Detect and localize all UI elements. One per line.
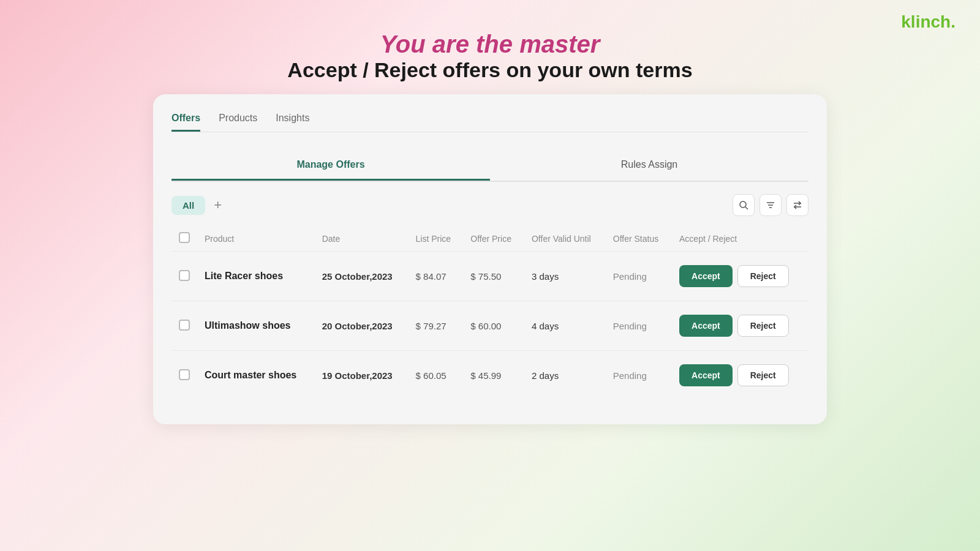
action-group: Accept Reject bbox=[679, 265, 801, 287]
header-section: You are the master Accept / Reject offer… bbox=[0, 0, 980, 82]
action-group: Accept Reject bbox=[679, 315, 801, 337]
nav-tabs: Offers Products Insights bbox=[172, 113, 809, 132]
filter-button[interactable] bbox=[760, 194, 782, 216]
filter-icon bbox=[766, 200, 775, 210]
svg-line-1 bbox=[745, 207, 748, 209]
accept-button[interactable]: Accept bbox=[679, 364, 733, 386]
row-actions: Accept Reject bbox=[672, 351, 809, 400]
row-product: Ultimashow shoes bbox=[197, 301, 315, 351]
row-date: 25 October,2023 bbox=[315, 252, 409, 301]
row-actions: Accept Reject bbox=[672, 252, 809, 301]
row-checkbox[interactable] bbox=[179, 320, 190, 331]
row-list-price: $ 79.27 bbox=[409, 301, 464, 351]
row-list-price: $ 60.05 bbox=[409, 351, 464, 400]
row-checkbox[interactable] bbox=[179, 270, 190, 281]
row-checkbox-cell bbox=[172, 351, 197, 400]
table-header-row: Product Date List Price Offer Price Offe… bbox=[172, 226, 809, 252]
col-checkbox bbox=[172, 226, 197, 252]
col-accept-reject: Accept / Reject bbox=[672, 226, 809, 252]
add-button[interactable]: + bbox=[211, 197, 224, 213]
logo-text: klinch bbox=[901, 12, 951, 31]
search-icon bbox=[739, 200, 748, 210]
toolbar-icons bbox=[733, 194, 809, 216]
row-offer-valid-until: 4 days bbox=[524, 301, 606, 351]
logo-dot: . bbox=[951, 12, 956, 31]
col-offer-price: Offer Price bbox=[463, 226, 524, 252]
subtitle: Accept / Reject offers on your own terms bbox=[0, 58, 980, 82]
tab-offers[interactable]: Offers bbox=[172, 113, 200, 132]
row-product: Lite Racer shoes bbox=[197, 252, 315, 301]
sub-tabs: Manage Offers Rules Assign bbox=[172, 151, 809, 182]
sort-button[interactable] bbox=[786, 194, 809, 216]
tagline: You are the master bbox=[0, 31, 980, 58]
row-product: Court master shoes bbox=[197, 351, 315, 400]
table-row: Ultimashow shoes 20 October,2023 $ 79.27… bbox=[172, 301, 809, 351]
subtab-rules-assign[interactable]: Rules Assign bbox=[490, 151, 809, 181]
row-offer-price: $ 60.00 bbox=[463, 301, 524, 351]
subtab-manage-offers[interactable]: Manage Offers bbox=[172, 151, 490, 181]
table-row: Court master shoes 19 October,2023 $ 60.… bbox=[172, 351, 809, 400]
row-date: 19 October,2023 bbox=[315, 351, 409, 400]
offers-table: Product Date List Price Offer Price Offe… bbox=[172, 226, 809, 400]
col-offer-valid-until: Offer Valid Until bbox=[524, 226, 606, 252]
row-date: 20 October,2023 bbox=[315, 301, 409, 351]
accept-button[interactable]: Accept bbox=[679, 265, 733, 287]
toolbar: All + bbox=[172, 194, 809, 216]
row-offer-price: $ 75.50 bbox=[463, 252, 524, 301]
row-list-price: $ 84.07 bbox=[409, 252, 464, 301]
table-row: Lite Racer shoes 25 October,2023 $ 84.07… bbox=[172, 252, 809, 301]
search-button[interactable] bbox=[733, 194, 755, 216]
logo: klinch. bbox=[901, 12, 956, 32]
row-actions: Accept Reject bbox=[672, 301, 809, 351]
row-offer-valid-until: 2 days bbox=[524, 351, 606, 400]
select-all-checkbox[interactable] bbox=[179, 232, 190, 243]
tab-products[interactable]: Products bbox=[219, 113, 257, 132]
row-checkbox[interactable] bbox=[179, 369, 190, 380]
row-offer-status: Pending bbox=[606, 351, 672, 400]
reject-button[interactable]: Reject bbox=[737, 364, 789, 386]
svg-point-0 bbox=[740, 201, 746, 208]
action-group: Accept Reject bbox=[679, 364, 801, 386]
reject-button[interactable]: Reject bbox=[737, 315, 789, 337]
accept-button[interactable]: Accept bbox=[679, 315, 733, 337]
col-product: Product bbox=[197, 226, 315, 252]
row-offer-status: Pending bbox=[606, 252, 672, 301]
row-offer-price: $ 45.99 bbox=[463, 351, 524, 400]
row-checkbox-cell bbox=[172, 301, 197, 351]
row-offer-status: Pending bbox=[606, 301, 672, 351]
sort-icon bbox=[793, 200, 802, 210]
main-card: Offers Products Insights Manage Offers R… bbox=[153, 94, 827, 424]
col-list-price: List Price bbox=[409, 226, 464, 252]
reject-button[interactable]: Reject bbox=[737, 265, 789, 287]
row-offer-valid-until: 3 days bbox=[524, 252, 606, 301]
col-offer-status: Offer Status bbox=[606, 226, 672, 252]
all-filter-button[interactable]: All bbox=[172, 196, 205, 215]
row-checkbox-cell bbox=[172, 252, 197, 301]
tab-insights[interactable]: Insights bbox=[276, 113, 309, 132]
col-date: Date bbox=[315, 226, 409, 252]
